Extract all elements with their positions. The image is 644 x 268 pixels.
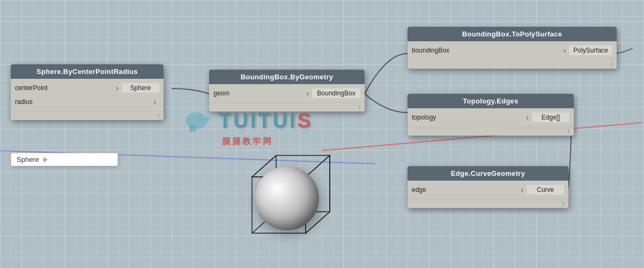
arrow-icon: › [521, 185, 523, 194]
bounding-box-to-poly-surface-node[interactable]: BoundingBox.ToPolySurface boundingBox › … [408, 27, 617, 69]
node-footer: l [209, 102, 365, 111]
node-body: boundingBox › PolySurface [408, 41, 617, 59]
node-body: centerPoint › Sphere radius › [11, 79, 164, 111]
topology-edges-node[interactable]: Topology.Edges topology › Edge[] l [408, 94, 574, 136]
watch-node: Sphere [11, 153, 118, 166]
arrow-icon: › [153, 98, 156, 106]
output-value: Edge[] [532, 113, 569, 122]
edge-curve-geometry-node[interactable]: Edge.CurveGeometry edge › Curve l [408, 166, 568, 208]
arrow-icon: › [306, 89, 309, 98]
node-footer: l [408, 59, 617, 69]
input-label: topology [412, 114, 523, 121]
input-label: edge [412, 186, 517, 193]
node-row: radius › [11, 95, 164, 109]
arrow-icon: › [116, 84, 119, 92]
node-title: Edge.CurveGeometry [408, 166, 568, 181]
node-body: geom › BoundingBox [209, 84, 365, 102]
watch-triangle-icon [43, 157, 48, 162]
node-title: Topology.Edges [408, 94, 574, 108]
input-label: boundingBox [412, 47, 560, 54]
node-footer: l [11, 111, 164, 120]
node-row: geom › BoundingBox [209, 86, 365, 100]
node-footer: l [408, 126, 574, 136]
watch-label: Sphere [17, 155, 39, 163]
output-value: Sphere [122, 83, 159, 93]
arrow-icon: › [564, 46, 566, 55]
bounding-box-by-geometry-node[interactable]: BoundingBox.ByGeometry geom › BoundingBo… [209, 70, 365, 111]
input-label: geom [213, 90, 303, 97]
node-body: edge › Curve [408, 181, 568, 199]
node-row: topology › Edge[] [408, 110, 574, 124]
sphere-3d [255, 166, 319, 230]
input-label: radius [15, 98, 150, 106]
node-title: BoundingBox.ToPolySurface [408, 27, 617, 41]
node-title: BoundingBox.ByGeometry [209, 70, 365, 84]
node-title: Sphere.ByCenterPointRadius [11, 64, 164, 79]
input-label: centerPoint [15, 84, 113, 92]
output-value: Curve [527, 185, 564, 195]
3d-visualization [236, 145, 343, 252]
output-value: PolySurface [569, 46, 612, 55]
node-row: boundingBox › PolySurface [408, 43, 617, 57]
node-row: centerPoint › Sphere [11, 81, 164, 95]
node-footer: l [408, 199, 568, 208]
arrow-icon: › [526, 113, 529, 122]
node-row: edge › Curve [408, 183, 568, 197]
output-value: BoundingBox [312, 88, 360, 98]
node-body: topology › Edge[] [408, 108, 574, 126]
sphere-by-center-point-radius-node[interactable]: Sphere.ByCenterPointRadius centerPoint ›… [11, 64, 164, 120]
